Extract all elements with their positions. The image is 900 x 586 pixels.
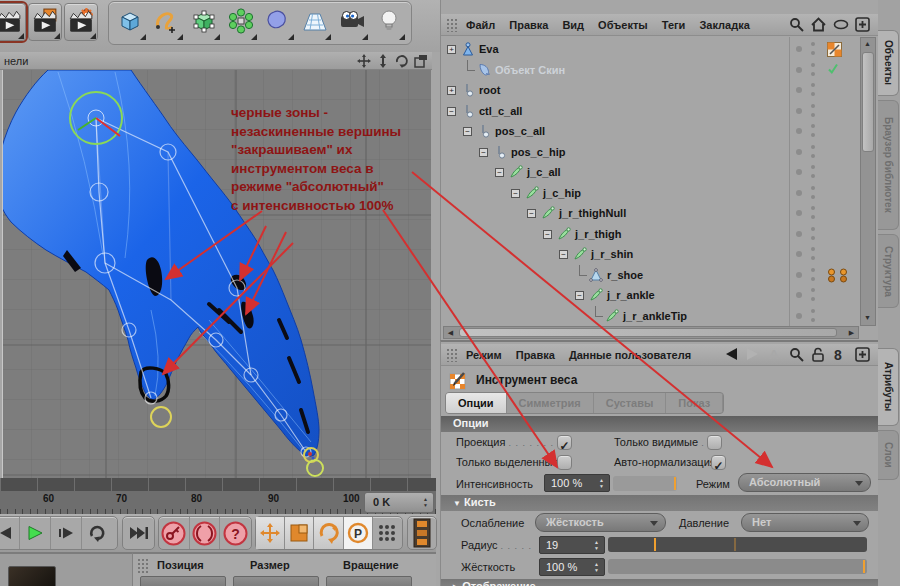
panel-tab-Атрибуты[interactable]: Атрибуты [878,348,899,426]
expand-toggle[interactable]: + [447,86,456,95]
tab-Суставы[interactable]: Суставы [594,393,667,413]
menu-Правка[interactable]: Правка [516,349,555,361]
menu-Объекты[interactable]: Объекты [598,19,648,31]
visibility-dot[interactable] [796,67,802,73]
add-panel-icon[interactable] [855,347,870,362]
collapse-toggle[interactable]: − [543,230,552,239]
viewport-menu-label[interactable]: нели [4,55,28,67]
record-key-button[interactable] [159,517,190,549]
light-button[interactable] [372,3,406,41]
radius-field[interactable]: 19▲▼ [539,536,605,554]
collapse-toggle[interactable]: − [527,209,536,218]
mode-dropdown[interactable]: Абсолютный [738,473,871,492]
visibility-dot[interactable] [796,272,802,278]
editor-dot[interactable] [811,186,815,190]
selection-tag[interactable] [827,268,836,283]
editor-dot[interactable] [811,247,815,251]
menu-Закладка[interactable]: Закладка [699,19,749,31]
pla-key-button[interactable] [373,517,402,549]
hardness-slider[interactable] [608,559,867,574]
tree-row-r_shoe[interactable]: r_shoe [441,265,859,286]
tree-row-Eva[interactable]: +Eva [441,39,859,60]
collapse-toggle[interactable]: − [479,148,488,157]
tree-row-root[interactable]: +root [441,80,859,101]
visibility-dot[interactable] [796,169,802,175]
panel-grip[interactable] [137,558,149,574]
render-dot[interactable] [811,72,815,76]
back-icon[interactable] [723,347,738,362]
search-icon[interactable] [789,347,804,362]
options-section-bar[interactable]: Опции [441,416,878,432]
material-thumbnail[interactable] [8,566,56,586]
modifier-button[interactable] [224,3,258,41]
visibility-dot[interactable] [796,231,802,237]
rotate-key-button[interactable] [314,517,343,549]
editor-dot[interactable] [811,288,815,292]
projection-checkbox[interactable] [557,435,572,450]
brush-section-bar[interactable]: ▼ Кисть [441,495,878,511]
intensity-field[interactable]: 100 %▲▼ [544,474,610,492]
editor-dot[interactable] [811,309,815,313]
menu-Теги[interactable]: Теги [662,19,686,31]
render-dot[interactable] [811,133,815,137]
editor-dot[interactable] [811,227,815,231]
floor-button[interactable] [298,3,332,41]
home-icon[interactable] [811,17,826,32]
tree-row-Объект Скин[interactable]: Объект Скин [441,60,859,81]
filmstrip-button[interactable] [408,517,436,549]
render-dot[interactable] [811,51,815,55]
collapse-toggle[interactable]: − [511,189,520,198]
collapse-toggle[interactable]: − [447,107,456,116]
frame-spinner[interactable]: ▲▼ [421,496,430,508]
lock-icon[interactable] [811,347,826,362]
editor-dot[interactable] [811,124,815,128]
add-panel-icon[interactable] [855,17,870,32]
check[interactable] [827,63,839,75]
texture-tag[interactable] [827,42,842,57]
menu-Данные пользователя[interactable]: Данные пользователя [569,349,691,361]
record-question-button[interactable]: ? [220,517,251,549]
skip-start-button[interactable] [0,517,20,549]
visible-only-checkbox[interactable] [707,435,722,450]
editor-dot[interactable] [811,104,815,108]
radius-slider[interactable] [608,537,867,552]
toggle-view-icon[interactable] [414,54,428,68]
metaball-button[interactable] [261,3,295,41]
collapse-toggle[interactable]: − [575,291,584,300]
panel-tab-Браузер библиотек[interactable]: Браузер библиотек [878,100,899,230]
hardness-field[interactable]: 100 %▲▼ [539,558,605,576]
spline-button[interactable] [150,3,184,41]
tab-Опции[interactable]: Опции [446,393,507,413]
editor-dot[interactable] [811,206,815,210]
tree-row-pos_c_all[interactable]: −pos_c_all [441,121,859,142]
clapper-box-button[interactable] [28,3,62,41]
tab-Симметрия[interactable]: Симметрия [507,393,594,413]
tree-row-ctl_c_all[interactable]: −ctl_c_all [441,101,859,122]
visibility-dot[interactable] [796,251,802,257]
tab-Показ[interactable]: Показ [666,393,723,413]
collapse-toggle[interactable]: − [559,250,568,259]
menu-Файл[interactable]: Файл [466,19,495,31]
pressure-dropdown[interactable]: Нет [741,513,869,532]
visibility-dot[interactable] [796,108,802,114]
visibility-dot[interactable] [796,87,802,93]
visibility-dot[interactable] [796,210,802,216]
visibility-dot[interactable] [796,292,802,298]
pan-icon[interactable] [357,54,371,68]
forward-icon[interactable] [745,347,760,362]
panel-tab-Структура[interactable]: Структура [878,234,899,308]
scroll-thumb[interactable] [459,328,837,337]
editor-dot[interactable] [811,165,815,169]
visibility-dot[interactable] [796,313,802,319]
tree-hscrollbar[interactable]: ◀ ▶ [443,326,859,339]
visibility-dot[interactable] [796,190,802,196]
panel-grip[interactable] [446,348,458,362]
visibility-dot[interactable] [796,128,802,134]
loop-button[interactable] [82,517,113,549]
render-dot[interactable] [811,318,815,322]
display-section-bar[interactable]: ▶ Отображение [441,579,878,586]
editor-dot[interactable] [811,83,815,87]
tree-row-j_r_shin[interactable]: −j_r_shin [441,244,859,265]
scroll-down-arrow[interactable]: ▼ [861,312,874,325]
letter-a-icon[interactable]: A [767,347,782,362]
